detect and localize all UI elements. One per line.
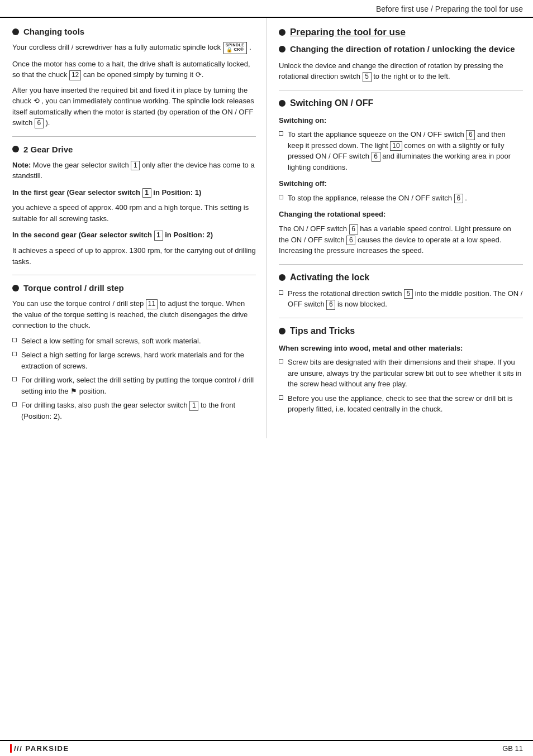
second-gear-title: In the second gear (Gear selector switch… [12,229,256,241]
preparing-title: Preparing the tool for use [290,27,406,38]
on-switch-6b: 6 [372,152,380,162]
sq-icon-off [279,195,283,199]
sq-icon-1 [12,338,17,342]
bullet-dot-r2 [279,46,285,52]
section-tips: Tips and Tricks When screwing into wood,… [279,326,523,415]
activating-item: Press the rotational direction switch 5 … [279,288,523,310]
changing-tools-title: Changing tools [23,27,84,36]
section-preparing: Preparing the tool for use [279,27,523,38]
tips-item-2: Before you use the appliance, check to s… [279,393,523,415]
torque-item-3: For drilling work, select the drill sett… [12,375,256,396]
onoff-switch-num: 6 [35,118,44,128]
torque-num: 11 [146,299,158,309]
first-gear-num: 1 [142,188,151,198]
switching-off-item: To stop the appliance, release the ON / … [279,193,523,204]
activating-title: Activating the lock [290,272,369,283]
second-gear-body: It achieves a speed of up to approx. 130… [12,245,256,267]
torque-title: Torque control / drill step [23,283,124,293]
sq-icon-3 [12,377,17,381]
page-footer: /// PARKSIDE GB 11 [0,740,533,756]
gear-note: Note: Move the gear selector switch 1 on… [12,160,256,181]
bullet-dot-r4 [279,274,285,281]
note-bold: Note: [12,161,31,169]
switching-title: Switching ON / OFF [290,98,373,108]
section-torque: Torque control / drill step You can use … [12,283,256,422]
chuck-num: 12 [69,70,81,80]
bullet-dot-r1 [279,29,285,36]
changing-tools-para1: Your cordless drill / screwdriver has a … [12,42,256,54]
bullet-dot-r5 [279,328,285,334]
changing-rotation-body: Unlock the device and change the directi… [279,60,523,82]
rotate-left-icon: ⟲ [34,95,40,107]
brand-logo: /// PARKSIDE [10,744,69,753]
bullet-dot-2 [12,146,19,152]
spindle-lock-badge: SPINDLE 🔒CK® [223,42,247,54]
first-gear-body: you achieve a speed of approx. 400 rpm a… [12,202,256,224]
switching-on-item: To start the appliance squeeze on the ON… [279,129,523,173]
changing-rotation-title: Changing the direction of rotation / unl… [290,44,515,55]
on-light-10: 10 [390,141,402,151]
lock-switch-5: 5 [404,289,413,299]
sq-icon-2 [12,352,17,356]
lock-switch-6: 6 [326,300,335,310]
bullet-dot-3 [12,285,19,291]
header-title: Before first use / Preparing the tool fo… [376,4,523,13]
drill-position-icon: ⚑ [70,386,77,397]
switching-on-list: To start the appliance squeeze on the ON… [279,129,523,173]
left-column: Changing tools Your cordless drill / scr… [0,18,266,438]
tips-item-1: Screw bits are designated with their dim… [279,357,523,390]
sq-icon-on [279,131,283,136]
torque-gear-num: 1 [189,401,198,411]
page-header: Before first use / Preparing the tool fo… [0,0,533,18]
changing-tools-para3: After you have inserted the required bit… [12,85,256,128]
tips-list: Screw bits are designated with their dim… [279,357,523,415]
bullet-dot-r3 [279,100,285,107]
speed-body: The ON / OFF switch 6 has a variable spe… [279,223,523,256]
speed-switch-6: 6 [349,224,358,235]
when-title: When screwing into wood, metal and other… [279,343,523,354]
torque-item-1: Select a low setting for small screws, s… [12,336,256,347]
right-column: Preparing the tool for use Changing the … [266,18,533,438]
switching-off-title: Switching off: [279,178,523,189]
page-number: GB 11 [502,744,523,753]
sq-icon-t2 [279,395,283,400]
section-changing-tools: Changing tools Your cordless drill / scr… [12,27,256,128]
rotation-switch-num: 5 [363,72,372,82]
off-switch-6: 6 [454,194,463,204]
torque-list: Select a low setting for small screws, s… [12,336,256,422]
torque-item-4: For drilling tasks, also push the gear s… [12,400,256,422]
switching-on-title: Switching on: [279,115,523,126]
section-activating: Activating the lock Press the rotational… [279,272,523,310]
two-gear-title: 2 Gear Drive [23,145,73,154]
bullet-dot [12,28,19,35]
speed-title: Changing the rotational speed: [279,209,523,220]
sq-icon-t1 [279,359,283,363]
section-2gear: 2 Gear Drive Note: Move the gear selecto… [12,145,256,267]
torque-item-2: Select a high setting for large screws, … [12,350,256,371]
activating-list: Press the rotational direction switch 5 … [279,288,523,310]
tips-title: Tips and Tricks [290,326,355,336]
section-changing-rotation: Changing the direction of rotation / unl… [279,44,523,82]
rotate-right-icon: ⟳ [196,69,202,80]
second-gear-num: 1 [154,231,163,241]
changing-tools-para2: Once the motor has come to a halt, the d… [12,59,256,80]
switching-off-list: To stop the appliance, release the ON / … [279,193,523,204]
first-gear-title: In the first gear (Gear selector switch … [12,187,256,198]
section-switching: Switching ON / OFF Switching on: To star… [279,98,523,256]
gear-selector-num: 1 [131,161,140,171]
on-switch-6: 6 [466,130,475,140]
sq-icon-4 [12,402,17,406]
speed-switch-6b: 6 [346,236,355,246]
sq-icon-lock [279,290,283,295]
torque-para: You can use the torque control / drill s… [12,298,256,331]
